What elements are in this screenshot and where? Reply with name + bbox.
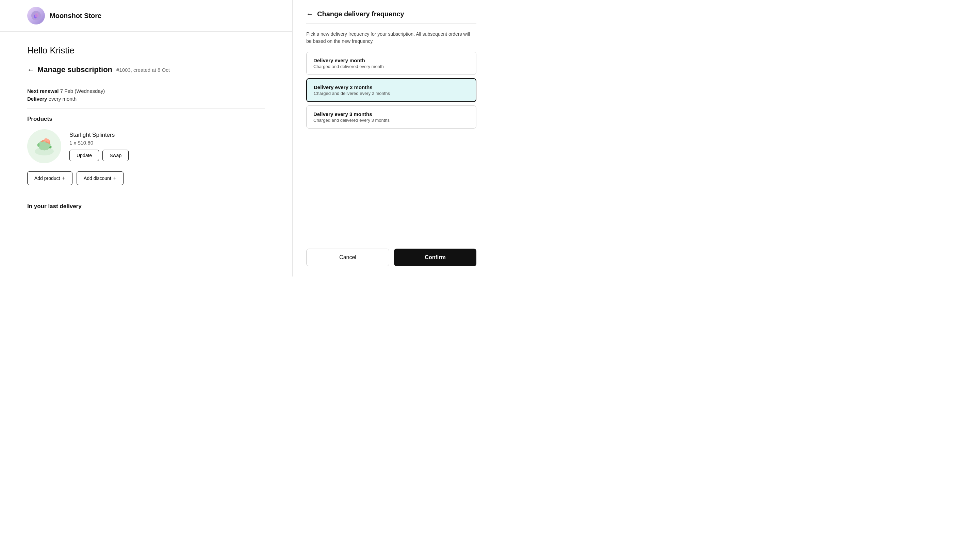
divider-3 bbox=[27, 196, 265, 196]
add-product-icon: + bbox=[62, 175, 65, 181]
confirm-button[interactable]: Confirm bbox=[394, 249, 476, 266]
product-price: 1 x $10.80 bbox=[69, 140, 265, 146]
panel-header: ← Change delivery frequency bbox=[306, 10, 476, 18]
action-buttons: Add product + Add discount + bbox=[27, 172, 265, 185]
frequency-option-bimonthly-subtitle: Charged and delivered every 2 months bbox=[314, 91, 469, 96]
add-discount-label: Add discount bbox=[84, 175, 111, 181]
frequency-option-bimonthly[interactable]: Delivery every 2 months Charged and deli… bbox=[306, 78, 476, 102]
frequency-option-bimonthly-title: Delivery every 2 months bbox=[314, 84, 469, 90]
add-product-button[interactable]: Add product + bbox=[27, 172, 73, 185]
panel-back-button[interactable]: ← bbox=[306, 10, 313, 18]
delivery-value: every month bbox=[49, 96, 77, 102]
product-image bbox=[27, 129, 61, 163]
product-buttons: Update Swap bbox=[69, 149, 265, 161]
next-renewal-label: Next renewal bbox=[27, 88, 59, 94]
subscription-meta: #1003, created at 8 Oct bbox=[116, 67, 170, 73]
delivery-label: Delivery bbox=[27, 96, 47, 102]
delivery-row: Delivery every month bbox=[27, 96, 265, 102]
product-name: Starlight Splinters bbox=[69, 132, 265, 138]
main-content: Hello Kristie ← Manage subscription #100… bbox=[0, 32, 292, 224]
manage-subscription-title: Manage subscription bbox=[37, 65, 112, 74]
subscription-info: Next renewal 7 Feb (Wednesday) Delivery … bbox=[27, 88, 265, 102]
manage-subscription-header: ← Manage subscription #1003, created at … bbox=[27, 65, 265, 74]
divider-2 bbox=[27, 108, 265, 109]
divider-1 bbox=[27, 81, 265, 81]
frequency-option-monthly-title: Delivery every month bbox=[313, 57, 469, 63]
product-info: Starlight Splinters 1 x $10.80 Update Sw… bbox=[69, 132, 265, 161]
right-panel: ← Change delivery frequency Pick a new d… bbox=[293, 0, 490, 276]
store-header: Moonshot Store bbox=[0, 0, 292, 32]
swap-button[interactable]: Swap bbox=[102, 149, 129, 161]
add-discount-button[interactable]: Add discount + bbox=[76, 172, 124, 185]
left-panel: Moonshot Store Hello Kristie ← Manage su… bbox=[0, 0, 293, 276]
last-delivery-title: In your last delivery bbox=[27, 203, 265, 210]
back-button[interactable]: ← bbox=[27, 66, 34, 74]
store-logo bbox=[27, 7, 45, 24]
update-button[interactable]: Update bbox=[69, 149, 99, 161]
frequency-option-monthly-subtitle: Charged and delivered every month bbox=[313, 64, 469, 69]
panel-description: Pick a new delivery frequency for your s… bbox=[306, 30, 476, 45]
frequency-option-quarterly-subtitle: Charged and delivered every 3 months bbox=[313, 118, 469, 123]
frequency-option-monthly[interactable]: Delivery every month Charged and deliver… bbox=[306, 52, 476, 75]
frequency-option-quarterly[interactable]: Delivery every 3 months Charged and deli… bbox=[306, 105, 476, 129]
panel-divider bbox=[306, 24, 476, 24]
frequency-options: Delivery every month Charged and deliver… bbox=[306, 52, 476, 238]
greeting: Hello Kristie bbox=[27, 45, 265, 56]
store-name: Moonshot Store bbox=[50, 12, 102, 20]
panel-title: Change delivery frequency bbox=[317, 10, 404, 18]
panel-actions: Cancel Confirm bbox=[306, 249, 476, 266]
add-product-label: Add product bbox=[34, 175, 60, 181]
products-section-title: Products bbox=[27, 116, 265, 122]
frequency-option-quarterly-title: Delivery every 3 months bbox=[313, 111, 469, 117]
product-row: Starlight Splinters 1 x $10.80 Update Sw… bbox=[27, 129, 265, 163]
cancel-button[interactable]: Cancel bbox=[306, 249, 389, 266]
next-renewal-value: 7 Feb (Wednesday) bbox=[60, 88, 105, 94]
add-discount-icon: + bbox=[113, 175, 116, 181]
next-renewal-row: Next renewal 7 Feb (Wednesday) bbox=[27, 88, 265, 94]
